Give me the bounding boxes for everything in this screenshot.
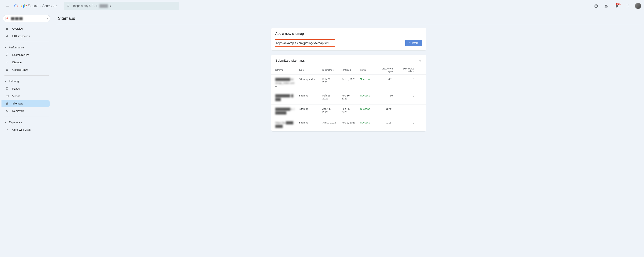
svg-rect-16 [6,104,6,105]
users-settings-button[interactable] [602,2,610,10]
sidebar-item-core-web-vitals[interactable]: Core Web Vitals [2,126,50,134]
card-title: Submitted sitemaps [276,59,418,63]
news-icon [5,68,9,72]
caret-down-icon: ▼ [4,46,6,49]
property-name: ██ ██ ██ [11,17,44,20]
svg-point-18 [7,130,7,130]
apps-button[interactable] [623,2,631,10]
help-button[interactable] [592,2,600,10]
col-status[interactable]: Status [358,65,374,75]
pages-icon [5,87,9,90]
sidebar-item-google-news[interactable]: Google News [2,66,50,74]
sidebar-item-label: Videos [12,95,20,98]
sidebar-group-indexing[interactable]: ▼ Indexing [2,77,52,85]
svg-point-7 [627,5,628,6]
sidebar-group-label: Indexing [9,80,19,83]
google-logo: Google [14,3,27,8]
sidebar-item-removals[interactable]: Removals [2,107,50,115]
svg-point-8 [628,5,628,6]
topbar: Google Search Console Inspect any URL in… [0,0,644,12]
svg-rect-13 [6,87,8,90]
sitemap-url: ████████/sitemap_index.xml [276,78,294,85]
notifications-button[interactable]: 320 [613,2,621,10]
sitemap-url: https://ja.████████ [276,121,294,128]
sidebar-item-label: Pages [12,87,20,90]
visibility-off-icon [5,109,9,113]
sidebar-item-label: Removals [12,109,24,112]
hamburger-menu-button[interactable] [3,1,12,10]
star-burst-icon [5,60,9,64]
svg-point-10 [627,7,628,7]
sidebar-item-search-results[interactable]: Search results [2,51,50,59]
col-pages[interactable]: Discovered pages [374,65,395,75]
cell-pages: 431 [374,75,395,91]
sidebar-item-url-inspection[interactable]: URL inspection [2,32,50,40]
svg-point-4 [627,5,628,5]
sitemaps-table: Sitemap Type Submitted↓ Last read Status… [271,65,426,131]
row-menu-button[interactable]: ⋮ [419,94,422,97]
sidebar-item-label: Core Web Vitals [12,128,31,131]
sidebar-item-videos[interactable]: Videos [2,92,50,100]
property-selector[interactable]: ⦿ ██ ██ ██ ▾ [3,15,50,22]
col-sitemap[interactable]: Sitemap [271,65,297,75]
filter-button[interactable] [418,59,422,63]
sidebar-group-experience[interactable]: ▼ Experience [2,119,52,126]
col-submitted[interactable]: Submitted↓ [320,65,339,75]
divider [56,24,641,24]
logo[interactable]: Google Search Console [14,3,57,8]
url-inspect-searchbox[interactable]: Inspect any URL in ████ [64,2,179,10]
submitted-sitemaps-card: Submitted sitemaps Sitemap Type Submitte… [271,54,426,131]
searchbox-placeholder: Inspect any URL in ████ [73,4,112,8]
submit-button[interactable]: SUBMIT [405,40,422,46]
account-avatar[interactable] [635,3,641,9]
divider [4,117,49,117]
col-type[interactable]: Type [297,65,320,75]
card-title: Add a new sitemap [276,32,422,36]
cell-type: Sitemap [297,91,320,104]
row-menu-button[interactable]: ⋮ [419,121,422,124]
sidebar-item-overview[interactable]: Overview [2,25,50,32]
cell-pages: 1,117 [374,118,395,131]
cell-last-read: Feb 2, 2025 [339,118,358,131]
sidebar-group-performance[interactable]: ▼ Performance [2,44,52,51]
sidebar-group-label: Experience [9,121,22,124]
caret-down-icon: ▼ [4,80,6,82]
sitemap-url-input[interactable] [276,40,402,46]
google-g-icon [5,53,9,57]
sidebar-item-label: URL inspection [12,35,30,38]
row-menu-button[interactable]: ⋮ [419,107,422,110]
search-icon [66,4,70,8]
cell-pages: 10 [374,91,395,104]
status-text: Success [360,121,370,124]
table-row[interactable]: ████████/sitemap_index.xmlmlSitemap inde… [271,75,426,91]
table-row[interactable]: ████████br. i██████SitemapJan 11, 2025Fe… [271,104,426,118]
sitemap-icon [5,102,9,105]
status-text: Success [360,107,370,110]
page-title: Sitemaps [58,16,641,21]
svg-rect-15 [7,102,8,103]
sidebar-item-label: Sitemaps [12,102,23,105]
property-favicon: ⦿ [6,16,9,20]
sidebar-item-sitemaps[interactable]: Sitemaps [2,100,50,107]
video-icon [5,94,9,98]
status-text: Success [360,94,370,97]
cell-last-read: Feb 5, 2025 [339,75,358,91]
sidebar-item-label: Discover [12,61,22,64]
caret-down-icon: ▼ [4,121,6,123]
divider [4,42,49,42]
svg-point-3 [626,5,626,5]
chevron-down-icon: ▾ [46,17,48,20]
main-content: Sitemaps Add a new sitemap SUBMIT Submit… [53,12,644,136]
sidebar-item-discover[interactable]: Discover [2,59,50,66]
cell-submitted: Feb 20, 2025 [320,75,339,91]
col-videos[interactable]: Discovered videos [395,65,416,75]
table-row[interactable]: ████████ i████SitemapFeb 19, 2025Feb 16,… [271,91,426,104]
cell-pages: 3,241 [374,104,395,118]
notifications-badge: 320 [616,3,620,5]
col-last-read[interactable]: Last read [339,65,358,75]
sidebar-item-pages[interactable]: Pages [2,85,50,92]
svg-rect-14 [6,95,8,97]
cell-type: Sitemap [297,118,320,131]
row-menu-button[interactable]: ⋮ [419,78,422,81]
table-row[interactable]: https://ja.████████SitemapJan 1, 2025Feb… [271,118,426,131]
